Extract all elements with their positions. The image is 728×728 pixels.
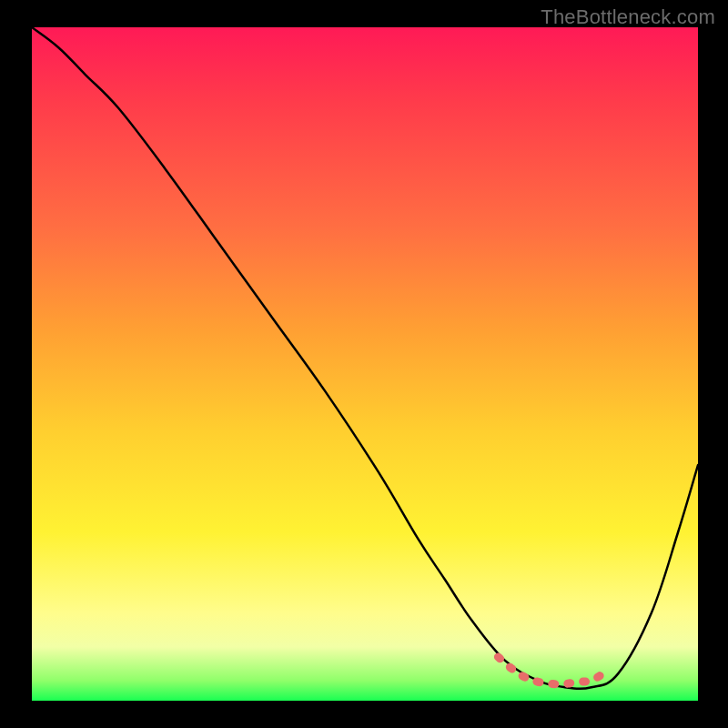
chart-frame: TheBottleneck.com	[0, 0, 728, 728]
highlight-line	[498, 657, 604, 684]
curve-line	[32, 27, 698, 689]
watermark-text: TheBottleneck.com	[541, 5, 715, 29]
chart-svg	[32, 27, 698, 701]
